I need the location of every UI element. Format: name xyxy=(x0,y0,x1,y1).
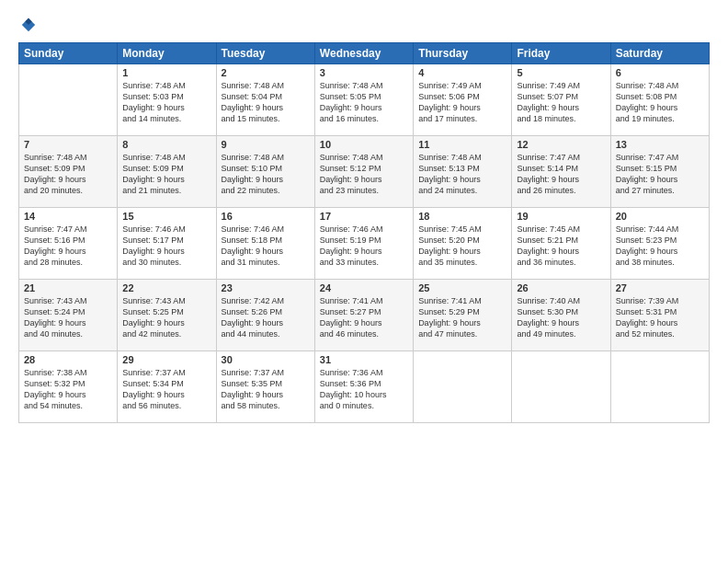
day-number: 7 xyxy=(24,139,112,150)
calendar-cell: 6Sunrise: 7:48 AM Sunset: 5:08 PM Daylig… xyxy=(610,64,709,136)
day-number: 24 xyxy=(320,282,408,293)
day-number: 18 xyxy=(418,211,506,222)
day-number: 20 xyxy=(616,211,704,222)
day-number: 5 xyxy=(517,67,605,78)
cell-content: Sunrise: 7:48 AM Sunset: 5:10 PM Dayligh… xyxy=(222,152,310,197)
cell-content: Sunrise: 7:49 AM Sunset: 5:07 PM Dayligh… xyxy=(517,80,605,125)
cell-content: Sunrise: 7:45 AM Sunset: 5:21 PM Dayligh… xyxy=(517,224,605,269)
day-number: 28 xyxy=(24,354,112,365)
cell-content: Sunrise: 7:48 AM Sunset: 5:13 PM Dayligh… xyxy=(418,152,506,197)
cell-content: Sunrise: 7:49 AM Sunset: 5:06 PM Dayligh… xyxy=(418,80,506,125)
day-number: 31 xyxy=(320,354,408,365)
calendar-cell xyxy=(512,351,610,423)
calendar-cell xyxy=(610,351,709,423)
calendar-cell: 9Sunrise: 7:48 AM Sunset: 5:10 PM Daylig… xyxy=(216,136,314,208)
calendar-cell: 2Sunrise: 7:48 AM Sunset: 5:04 PM Daylig… xyxy=(216,64,314,136)
cell-content: Sunrise: 7:37 AM Sunset: 5:34 PM Dayligh… xyxy=(122,367,210,412)
cell-content: Sunrise: 7:40 AM Sunset: 5:30 PM Dayligh… xyxy=(517,295,605,340)
cell-content: Sunrise: 7:42 AM Sunset: 5:26 PM Dayligh… xyxy=(222,295,310,340)
calendar-cell: 7Sunrise: 7:48 AM Sunset: 5:09 PM Daylig… xyxy=(19,136,118,208)
calendar-cell: 26Sunrise: 7:40 AM Sunset: 5:30 PM Dayli… xyxy=(512,280,610,351)
day-number: 1 xyxy=(122,67,210,78)
calendar-cell: 11Sunrise: 7:48 AM Sunset: 5:13 PM Dayli… xyxy=(414,136,512,208)
calendar-cell: 10Sunrise: 7:48 AM Sunset: 5:12 PM Dayli… xyxy=(314,136,413,208)
day-number: 25 xyxy=(418,282,506,293)
calendar-cell: 8Sunrise: 7:48 AM Sunset: 5:09 PM Daylig… xyxy=(118,136,216,208)
day-number: 14 xyxy=(24,211,112,222)
calendar-cell: 14Sunrise: 7:47 AM Sunset: 5:16 PM Dayli… xyxy=(19,208,118,280)
calendar-cell: 28Sunrise: 7:38 AM Sunset: 5:32 PM Dayli… xyxy=(19,351,118,423)
calendar-cell: 13Sunrise: 7:47 AM Sunset: 5:15 PM Dayli… xyxy=(610,136,709,208)
cell-content: Sunrise: 7:46 AM Sunset: 5:18 PM Dayligh… xyxy=(222,224,310,269)
day-number: 22 xyxy=(122,282,210,293)
day-number: 19 xyxy=(517,211,605,222)
cell-content: Sunrise: 7:46 AM Sunset: 5:17 PM Dayligh… xyxy=(122,224,210,269)
logo-icon xyxy=(20,17,37,33)
day-header-saturday: Saturday xyxy=(610,43,709,64)
calendar-cell: 16Sunrise: 7:46 AM Sunset: 5:18 PM Dayli… xyxy=(216,208,314,280)
day-header-monday: Monday xyxy=(118,43,216,64)
day-number: 15 xyxy=(122,211,210,222)
week-row-3: 21Sunrise: 7:43 AM Sunset: 5:24 PM Dayli… xyxy=(19,280,710,351)
calendar-cell: 31Sunrise: 7:36 AM Sunset: 5:36 PM Dayli… xyxy=(314,351,413,423)
day-number: 23 xyxy=(222,282,310,293)
calendar-table: SundayMondayTuesdayWednesdayThursdayFrid… xyxy=(18,42,710,423)
calendar-cell: 4Sunrise: 7:49 AM Sunset: 5:06 PM Daylig… xyxy=(414,64,512,136)
calendar-cell: 24Sunrise: 7:41 AM Sunset: 5:27 PM Dayli… xyxy=(314,280,413,351)
day-number: 9 xyxy=(222,139,310,150)
calendar-page: SundayMondayTuesdayWednesdayThursdayFrid… xyxy=(0,0,728,563)
calendar-cell: 29Sunrise: 7:37 AM Sunset: 5:34 PM Dayli… xyxy=(118,351,216,423)
cell-content: Sunrise: 7:47 AM Sunset: 5:14 PM Dayligh… xyxy=(517,152,605,197)
day-number: 12 xyxy=(517,139,605,150)
calendar-cell: 12Sunrise: 7:47 AM Sunset: 5:14 PM Dayli… xyxy=(512,136,610,208)
logo xyxy=(18,17,37,33)
cell-content: Sunrise: 7:44 AM Sunset: 5:23 PM Dayligh… xyxy=(616,224,704,269)
week-row-0: 1Sunrise: 7:48 AM Sunset: 5:03 PM Daylig… xyxy=(19,64,710,136)
cell-content: Sunrise: 7:38 AM Sunset: 5:32 PM Dayligh… xyxy=(24,367,112,412)
cell-content: Sunrise: 7:36 AM Sunset: 5:36 PM Dayligh… xyxy=(320,367,408,412)
calendar-cell: 19Sunrise: 7:45 AM Sunset: 5:21 PM Dayli… xyxy=(512,208,610,280)
day-number: 11 xyxy=(418,139,506,150)
cell-content: Sunrise: 7:47 AM Sunset: 5:15 PM Dayligh… xyxy=(616,152,704,197)
calendar-cell: 15Sunrise: 7:46 AM Sunset: 5:17 PM Dayli… xyxy=(118,208,216,280)
day-header-tuesday: Tuesday xyxy=(216,43,314,64)
day-number: 3 xyxy=(320,67,408,78)
day-number: 8 xyxy=(122,139,210,150)
day-number: 26 xyxy=(517,282,605,293)
cell-content: Sunrise: 7:46 AM Sunset: 5:19 PM Dayligh… xyxy=(320,224,408,269)
day-header-sunday: Sunday xyxy=(19,43,118,64)
calendar-cell: 25Sunrise: 7:41 AM Sunset: 5:29 PM Dayli… xyxy=(414,280,512,351)
logo-text xyxy=(18,17,37,33)
calendar-cell: 30Sunrise: 7:37 AM Sunset: 5:35 PM Dayli… xyxy=(216,351,314,423)
calendar-cell xyxy=(19,64,118,136)
calendar-cell: 21Sunrise: 7:43 AM Sunset: 5:24 PM Dayli… xyxy=(19,280,118,351)
cell-content: Sunrise: 7:48 AM Sunset: 5:09 PM Dayligh… xyxy=(122,152,210,197)
calendar-cell: 5Sunrise: 7:49 AM Sunset: 5:07 PM Daylig… xyxy=(512,64,610,136)
day-number: 13 xyxy=(616,139,704,150)
day-header-thursday: Thursday xyxy=(414,43,512,64)
calendar-cell: 17Sunrise: 7:46 AM Sunset: 5:19 PM Dayli… xyxy=(314,208,413,280)
cell-content: Sunrise: 7:39 AM Sunset: 5:31 PM Dayligh… xyxy=(616,295,704,340)
header xyxy=(18,17,710,33)
calendar-cell: 18Sunrise: 7:45 AM Sunset: 5:20 PM Dayli… xyxy=(414,208,512,280)
day-number: 16 xyxy=(222,211,310,222)
cell-content: Sunrise: 7:47 AM Sunset: 5:16 PM Dayligh… xyxy=(24,224,112,269)
day-number: 17 xyxy=(320,211,408,222)
cell-content: Sunrise: 7:48 AM Sunset: 5:03 PM Dayligh… xyxy=(122,80,210,125)
cell-content: Sunrise: 7:41 AM Sunset: 5:29 PM Dayligh… xyxy=(418,295,506,340)
day-number: 29 xyxy=(122,354,210,365)
calendar-cell: 23Sunrise: 7:42 AM Sunset: 5:26 PM Dayli… xyxy=(216,280,314,351)
day-header-friday: Friday xyxy=(512,43,610,64)
calendar-cell: 20Sunrise: 7:44 AM Sunset: 5:23 PM Dayli… xyxy=(610,208,709,280)
week-row-4: 28Sunrise: 7:38 AM Sunset: 5:32 PM Dayli… xyxy=(19,351,710,423)
day-header-wednesday: Wednesday xyxy=(314,43,413,64)
calendar-cell: 1Sunrise: 7:48 AM Sunset: 5:03 PM Daylig… xyxy=(118,64,216,136)
cell-content: Sunrise: 7:45 AM Sunset: 5:20 PM Dayligh… xyxy=(418,224,506,269)
cell-content: Sunrise: 7:37 AM Sunset: 5:35 PM Dayligh… xyxy=(222,367,310,412)
week-row-1: 7Sunrise: 7:48 AM Sunset: 5:09 PM Daylig… xyxy=(19,136,710,208)
cell-content: Sunrise: 7:48 AM Sunset: 5:04 PM Dayligh… xyxy=(222,80,310,125)
cell-content: Sunrise: 7:43 AM Sunset: 5:25 PM Dayligh… xyxy=(122,295,210,340)
cell-content: Sunrise: 7:48 AM Sunset: 5:09 PM Dayligh… xyxy=(24,152,112,197)
day-number: 10 xyxy=(320,139,408,150)
day-number: 2 xyxy=(222,67,310,78)
